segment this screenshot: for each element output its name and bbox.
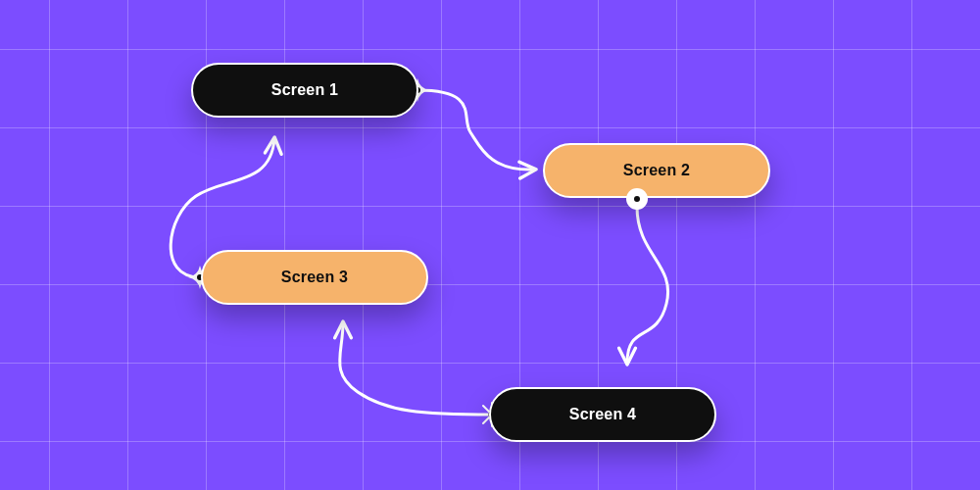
connector-screen4-to-screen3: [340, 323, 492, 415]
svg-line-8: [483, 417, 489, 423]
node-screen2[interactable]: Screen 2: [543, 143, 770, 198]
node-label: Screen 4: [569, 406, 636, 423]
node-screen4[interactable]: Screen 4: [489, 387, 716, 442]
node-screen3[interactable]: Screen 3: [201, 250, 428, 305]
node-label: Screen 1: [271, 81, 338, 99]
node-screen1[interactable]: Screen 1: [191, 63, 418, 118]
connector-screen2-to-screen4: [627, 207, 668, 363]
node-label: Screen 3: [281, 269, 348, 286]
node-label: Screen 2: [623, 162, 690, 179]
svg-line-6: [483, 406, 489, 412]
diagram-canvas: Screen 1 Screen 2 Screen 3 Screen 4: [0, 0, 980, 490]
connector-screen1-to-screen2: [417, 90, 534, 170]
